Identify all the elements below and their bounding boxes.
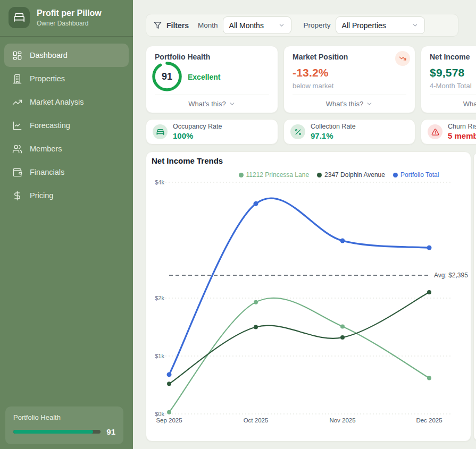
sidebar-item-label: Properties xyxy=(30,74,65,83)
sidebar-item-pricing[interactable]: Pricing xyxy=(4,184,129,207)
y-tick-label: $4k xyxy=(155,179,164,185)
stat-value: 100% xyxy=(173,131,222,141)
app-logo xyxy=(9,7,30,28)
portfolio-health-card: Portfolio Health 91 Excellent What's thi… xyxy=(146,46,278,113)
sidebar-item-financials[interactable]: Financials xyxy=(4,160,129,184)
x-tick-label: Nov 2025 xyxy=(329,417,355,423)
chevron-down-icon xyxy=(412,22,419,29)
users-icon xyxy=(12,144,22,154)
app-title-block: Profit per Pillow Owner Dashboard xyxy=(37,8,102,27)
series-line xyxy=(169,292,429,384)
sidebar-item-label: Pricing xyxy=(30,191,53,200)
sidebar-portfolio-health-card: Portfolio Health 91 xyxy=(5,406,123,444)
occupancy-rate-stat: Occupancy Rate 100% xyxy=(146,119,278,145)
legend-dot xyxy=(393,173,398,177)
next-panel-sliver xyxy=(473,151,476,442)
dollar-sign-icon xyxy=(12,191,22,201)
data-point[interactable] xyxy=(427,290,431,294)
whats-this-link[interactable]: What's this? xyxy=(430,95,476,113)
bed-icon xyxy=(13,12,25,23)
wallet-icon xyxy=(12,167,22,177)
trending-down-icon xyxy=(399,55,406,62)
y-tick-label: $1k xyxy=(155,353,164,359)
data-point[interactable] xyxy=(340,335,345,340)
health-score-value: 91 xyxy=(152,61,182,92)
line-chart-icon xyxy=(12,121,22,131)
stat-label: Collection Rate xyxy=(311,123,356,131)
property-select-value: All Properties xyxy=(342,21,386,30)
stat-value: 97.1% xyxy=(311,131,356,141)
health-score-ring: 91 xyxy=(152,61,182,92)
sidebar-item-members[interactable]: Members xyxy=(4,137,129,160)
y-tick-label: $0k xyxy=(155,411,164,417)
data-point[interactable] xyxy=(254,201,258,206)
app-header: Profit per Pillow Owner Dashboard xyxy=(0,0,133,37)
x-tick-label: Sep 2025 xyxy=(156,417,182,423)
whats-this-label: What's this? xyxy=(326,100,363,108)
net-income-value: $9,578 xyxy=(430,66,464,79)
net-income-card: Net Income $9,578 4-Month Total What's t… xyxy=(421,46,476,113)
chart-title: Net Income Trends xyxy=(152,156,223,165)
card-title: Net Income xyxy=(430,53,470,61)
data-point[interactable] xyxy=(254,325,258,329)
net-income-trends-card: Net Income Trends 11212 Princessa Lane 2… xyxy=(146,151,471,442)
sidebar: Profit per Pillow Owner Dashboard Dashbo… xyxy=(0,0,133,449)
portfolio-health-progress xyxy=(13,430,101,434)
stat-value: 5 members xyxy=(448,131,476,141)
data-point[interactable] xyxy=(340,239,345,243)
property-select[interactable]: All Properties xyxy=(336,16,425,34)
data-point[interactable] xyxy=(254,300,258,304)
filters-label: Filters xyxy=(166,21,189,30)
health-status-label: Excellent xyxy=(188,73,220,81)
data-point[interactable] xyxy=(167,372,172,377)
legend-dot xyxy=(239,173,244,177)
dashboard-grid-icon xyxy=(12,50,22,61)
month-select-value: All Months xyxy=(229,21,264,30)
data-point[interactable] xyxy=(167,382,171,386)
chart-legend: 11212 Princessa Lane 2347 Dolphin Avenue… xyxy=(177,171,476,179)
legend-item-dolphin[interactable]: 2347 Dolphin Avenue xyxy=(317,171,385,179)
whats-this-link[interactable]: What's this? xyxy=(293,95,406,113)
percent-icon xyxy=(290,124,305,139)
series-line xyxy=(169,298,429,412)
portfolio-health-label: Portfolio Health xyxy=(13,413,115,421)
sidebar-item-properties[interactable]: Properties xyxy=(4,67,129,90)
collection-rate-stat: Collection Rate 97.1% xyxy=(283,119,415,145)
chevron-down-icon xyxy=(366,100,373,107)
trending-down-badge xyxy=(395,51,410,66)
funnel-icon xyxy=(154,21,162,29)
data-point[interactable] xyxy=(167,410,171,414)
data-point[interactable] xyxy=(427,376,431,380)
portfolio-health-value: 91 xyxy=(106,427,115,436)
app-subtitle: Owner Dashboard xyxy=(37,20,102,27)
month-label: Month xyxy=(198,21,218,29)
sidebar-item-forecasting[interactable]: Forecasting xyxy=(4,114,129,137)
sidebar-item-label: Market Analysis xyxy=(30,98,84,106)
sidebar-item-market-analysis[interactable]: Market Analysis xyxy=(4,90,129,114)
legend-item-princessa[interactable]: 11212 Princessa Lane xyxy=(239,171,310,179)
whats-this-link[interactable]: What's this? xyxy=(155,95,269,113)
filter-bar: Filters Month All Months Property All Pr… xyxy=(146,14,458,37)
legend-label: Portfolio Total xyxy=(400,171,439,179)
market-position-card: Market Position -13.2% below market What… xyxy=(283,46,415,113)
legend-item-portfolio[interactable]: Portfolio Total xyxy=(393,171,439,179)
series-line xyxy=(169,198,429,375)
legend-label: 2347 Dolphin Avenue xyxy=(324,171,385,179)
x-tick-label: Oct 2025 xyxy=(244,417,269,423)
sidebar-item-label: Financials xyxy=(30,168,64,176)
month-select[interactable]: All Months xyxy=(223,16,291,34)
alert-triangle-icon xyxy=(428,124,442,139)
x-tick-label: Dec 2025 xyxy=(416,417,442,423)
app-title: Profit per Pillow xyxy=(37,8,102,18)
sidebar-item-dashboard[interactable]: Dashboard xyxy=(4,44,129,67)
stat-label: Churn Risk xyxy=(448,123,476,131)
data-point[interactable] xyxy=(427,245,432,250)
portfolio-health-progress-fill xyxy=(13,430,93,434)
main-content: Filters Month All Months Property All Pr… xyxy=(133,0,476,449)
net-income-subtitle: 4-Month Total xyxy=(430,82,472,90)
sidebar-item-label: Members xyxy=(30,145,62,153)
legend-dot xyxy=(317,173,322,177)
average-line-label: Avg: $2,395 xyxy=(434,272,468,279)
sidebar-item-label: Dashboard xyxy=(30,51,68,60)
data-point[interactable] xyxy=(340,324,345,328)
